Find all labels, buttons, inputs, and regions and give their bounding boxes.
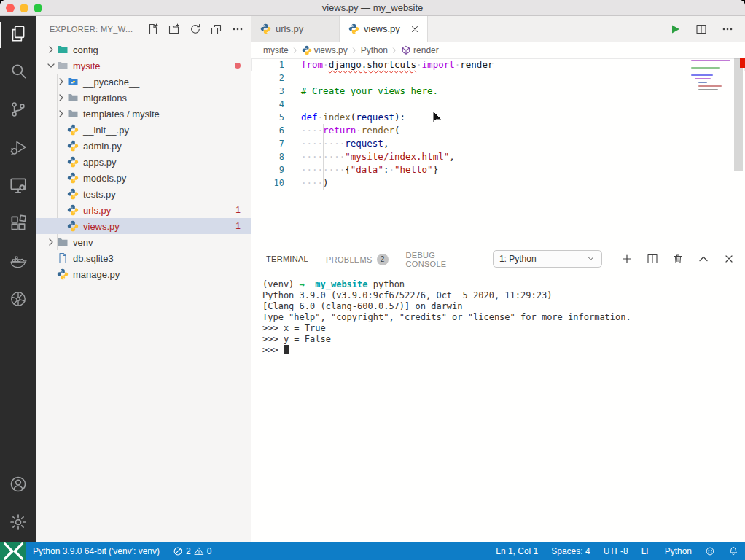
tree-item-db-sqlite3[interactable]: db.sqlite3 bbox=[36, 250, 251, 266]
activity-bar-item-settings[interactable] bbox=[0, 505, 36, 542]
minimap[interactable] bbox=[691, 60, 733, 96]
chevron-right-icon[interactable] bbox=[55, 76, 67, 88]
status-item-utf-8[interactable]: UTF-8 bbox=[597, 542, 635, 560]
more-actions-icon[interactable] bbox=[232, 23, 243, 35]
new-file-icon[interactable] bbox=[147, 23, 159, 35]
chevron-right-icon[interactable] bbox=[55, 108, 67, 120]
code-line-1[interactable]: 1from·django.shortcuts·import·render bbox=[251, 58, 745, 71]
tree-item-views-py[interactable]: views.py1 bbox=[36, 218, 251, 234]
tree-item-urls-py[interactable]: urls.py1 bbox=[36, 202, 251, 218]
chevron-down-icon[interactable] bbox=[45, 60, 57, 71]
activity-bar-item-remote-explorer[interactable] bbox=[0, 168, 36, 206]
tree-item-manage-py[interactable]: manage.py bbox=[36, 266, 251, 282]
terminal-text: Type "help", "copyright", "credits" or "… bbox=[262, 312, 631, 322]
split-terminal-icon[interactable] bbox=[647, 253, 658, 265]
breadcrumb-item-mysite[interactable]: mysite bbox=[263, 45, 289, 55]
tree-item--pycache-[interactable]: __pycache__ bbox=[36, 74, 251, 90]
activity-bar-item-source-control[interactable] bbox=[0, 92, 36, 130]
problem-count-badge: 1 bbox=[235, 205, 241, 215]
activity-bar-item-account[interactable] bbox=[0, 467, 36, 505]
panel-tab-label: DEBUG CONSOLE bbox=[406, 251, 475, 268]
tree-item-tests-py[interactable]: tests.py bbox=[36, 186, 251, 202]
status-item-feedback[interactable] bbox=[698, 542, 722, 560]
feedback-icon bbox=[705, 546, 715, 556]
code-line-7[interactable]: 7········request, bbox=[251, 137, 745, 150]
code-token: render bbox=[460, 58, 493, 71]
python-icon bbox=[67, 204, 79, 216]
breadcrumb-item-render[interactable]: render bbox=[401, 45, 439, 55]
activity-bar-item-search[interactable] bbox=[0, 54, 36, 92]
panel-tab-debug-console[interactable]: DEBUG CONSOLE bbox=[406, 244, 475, 273]
python-interpreter-item[interactable]: Python 3.9.0 64-bit ('venv': venv) bbox=[26, 542, 166, 560]
close-tab-icon[interactable] bbox=[410, 24, 420, 34]
status-item-spaces-4[interactable]: Spaces: 4 bbox=[545, 542, 596, 560]
code-line-2[interactable]: 2 bbox=[251, 71, 745, 85]
code-token: ): bbox=[394, 111, 405, 124]
code-line-5[interactable]: 5def·index(request): bbox=[251, 111, 745, 124]
editor-scrollbar[interactable] bbox=[734, 58, 743, 171]
tree-item-templates-mysite[interactable]: templates / mysite bbox=[36, 106, 251, 122]
status-item-ln-1-col-1[interactable]: Ln 1, Col 1 bbox=[489, 542, 545, 560]
python-icon bbox=[57, 268, 69, 280]
run-python-file-icon[interactable] bbox=[669, 23, 681, 35]
code-token: "mysite/index.html" bbox=[345, 150, 449, 163]
tree-item-mysite[interactable]: mysite bbox=[36, 58, 251, 74]
terminal-text: → bbox=[300, 279, 305, 289]
activity-bar-item-extensions[interactable] bbox=[0, 206, 36, 244]
tree-item-migrations[interactable]: migrations bbox=[36, 90, 251, 106]
problems-status-item[interactable]: 2 0 bbox=[166, 542, 218, 560]
terminal-line: (venv) → my_website python bbox=[262, 279, 745, 290]
python-interpreter-label: Python 3.9.0 64-bit ('venv': venv) bbox=[33, 546, 160, 556]
code-line-8[interactable]: 8········"mysite/index.html", bbox=[251, 150, 745, 163]
status-item-lf[interactable]: LF bbox=[635, 542, 658, 560]
chevron-right-icon[interactable] bbox=[55, 92, 67, 104]
code-line-9[interactable]: 9········{"data":·"hello"} bbox=[251, 163, 745, 176]
chevron-right-icon[interactable] bbox=[45, 236, 57, 248]
terminal-output[interactable]: (venv) → my_website pythonPython 3.9.0 (… bbox=[251, 271, 745, 356]
activity-bar-item-kubernetes[interactable] bbox=[0, 281, 36, 319]
new-folder-icon[interactable] bbox=[168, 23, 180, 35]
tree-item-config[interactable]: config bbox=[36, 42, 251, 58]
editor-tab-views-py[interactable]: views.py bbox=[340, 16, 428, 42]
bottom-panel: TERMINALPROBLEMS2DEBUG CONSOLE 1: Python… bbox=[251, 246, 745, 542]
activity-bar-item-explorer[interactable] bbox=[0, 16, 36, 54]
remote-indicator[interactable] bbox=[0, 542, 26, 560]
minimap-line bbox=[698, 82, 708, 83]
code-line-4[interactable]: 4 bbox=[251, 98, 745, 111]
tree-item-apps-py[interactable]: apps.py bbox=[36, 154, 251, 170]
tree-item-label: tests.py bbox=[83, 189, 116, 200]
code-editor[interactable]: 1from·django.shortcuts·import·render23# … bbox=[251, 58, 745, 246]
status-item-bell[interactable] bbox=[722, 542, 745, 560]
new-terminal-icon[interactable] bbox=[621, 253, 633, 265]
tree-item-label: __pycache__ bbox=[83, 77, 139, 88]
line-number: 4 bbox=[251, 98, 284, 111]
gutter-spacer bbox=[284, 163, 301, 176]
split-editor-icon[interactable] bbox=[695, 23, 707, 35]
kill-terminal-icon[interactable] bbox=[672, 253, 684, 265]
status-item-python[interactable]: Python bbox=[658, 542, 698, 560]
tree-item--init-py[interactable]: __init__.py bbox=[36, 122, 251, 138]
close-panel-icon[interactable] bbox=[723, 253, 735, 265]
more-actions-icon[interactable] bbox=[722, 23, 733, 35]
code-line-3[interactable]: 3# Create your views here. bbox=[251, 85, 745, 98]
terminal-cursor bbox=[284, 345, 289, 354]
activity-bar-item-run-debug[interactable] bbox=[0, 130, 36, 168]
status-bar: Python 3.9.0 64-bit ('venv': venv) 2 0 L… bbox=[0, 542, 745, 560]
chevron-right-icon[interactable] bbox=[45, 44, 57, 55]
breadcrumb-item-views-py[interactable]: views.py bbox=[302, 45, 348, 55]
tree-item-models-py[interactable]: models.py bbox=[36, 170, 251, 186]
editor-tab-bar: urls.pyviews.py bbox=[251, 16, 745, 42]
code-line-6[interactable]: 6····return·render( bbox=[251, 124, 745, 137]
panel-tab-problems[interactable]: PROBLEMS2 bbox=[326, 244, 389, 273]
code-line-10[interactable]: 10····) bbox=[251, 176, 745, 190]
activity-bar-item-docker[interactable] bbox=[0, 244, 36, 281]
maximize-panel-icon[interactable] bbox=[698, 253, 709, 265]
editor-tab-urls-py[interactable]: urls.py bbox=[251, 16, 340, 42]
collapse-folders-icon[interactable] bbox=[211, 23, 222, 35]
refresh-explorer-icon[interactable] bbox=[190, 23, 201, 35]
tree-item-admin-py[interactable]: admin.py bbox=[36, 138, 251, 154]
tree-item-venv[interactable]: venv bbox=[36, 234, 251, 250]
panel-tab-terminal[interactable]: TERMINAL bbox=[266, 244, 308, 273]
terminal-shell-select[interactable]: 1: Python bbox=[493, 250, 602, 268]
breadcrumb-item-python[interactable]: Python bbox=[361, 45, 388, 55]
